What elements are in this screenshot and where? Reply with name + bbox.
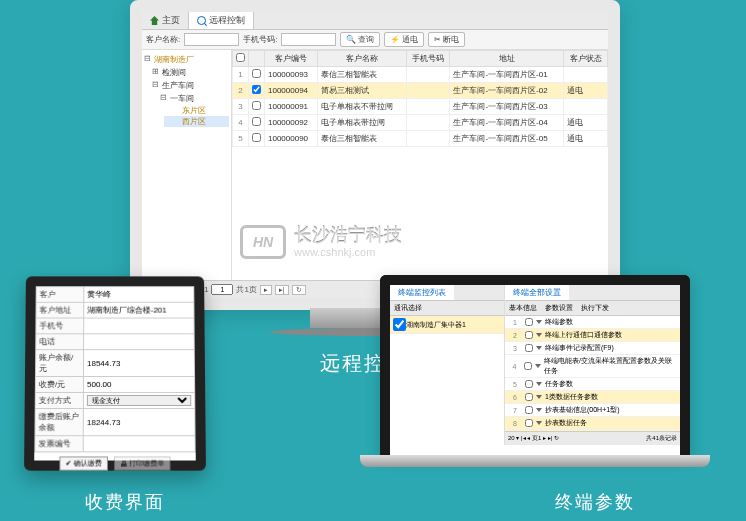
customer-table: 客户编号 客户名称 手机号码 地址 客户状态 1100000093泰信三相智能表… xyxy=(232,50,608,280)
pay-method-select[interactable]: 现金支付 xyxy=(87,395,191,406)
search-icon xyxy=(197,16,206,25)
power-off-button[interactable]: ✂ 断电 xyxy=(428,32,465,47)
page-input[interactable] xyxy=(211,284,233,295)
item-checkbox[interactable] xyxy=(525,406,533,414)
list-header: 通讯选择 xyxy=(390,301,504,316)
item-checkbox[interactable] xyxy=(525,344,533,352)
form-row: 缴费后账户余额 xyxy=(35,409,195,436)
tree-leaf-selected[interactable]: 西片区 xyxy=(164,116,229,127)
param-item[interactable]: 7抄表基础信息(00H+1型) xyxy=(505,404,680,417)
form-row: 账户余额/元 xyxy=(35,350,194,377)
param-item[interactable]: 5任务参数 xyxy=(505,378,680,391)
confirm-payment-button[interactable]: ✔ 确认缴费 xyxy=(59,456,108,470)
item-checkbox[interactable] xyxy=(525,331,533,339)
sub-tab-run[interactable]: 执行下发 xyxy=(581,303,609,313)
refresh-button[interactable]: ↻ xyxy=(292,285,306,295)
row-checkbox[interactable] xyxy=(252,69,261,78)
chevron-down-icon xyxy=(536,421,542,425)
param-item[interactable]: 61类数据任务参数 xyxy=(505,391,680,404)
org-tree[interactable]: 湖南制造厂 检测间 生产车间 一车间 东片区 西片区 xyxy=(142,50,232,280)
form-input[interactable] xyxy=(87,380,191,389)
form-row: 电话 xyxy=(36,334,195,350)
tree-node[interactable]: 生产车间 xyxy=(152,79,229,92)
tree-node[interactable]: 一车间 xyxy=(160,92,229,105)
tablet-label: 收费界面 xyxy=(85,490,165,514)
item-checkbox[interactable] xyxy=(525,419,533,427)
form-row: 发票编号 xyxy=(35,436,195,452)
print-receipt-button[interactable]: 🖶 打印缴费单 xyxy=(114,456,171,470)
select-all-checkbox[interactable] xyxy=(236,53,245,62)
form-row: 支付方式现金支付 xyxy=(35,392,195,408)
chevron-down-icon xyxy=(536,408,542,412)
form-input[interactable] xyxy=(87,321,191,330)
item-checkbox[interactable] xyxy=(525,380,533,388)
param-item[interactable]: 4终端电能表/交流采样装置配置参数及关联任务 xyxy=(505,355,680,378)
phone-input[interactable] xyxy=(281,33,336,46)
power-on-button[interactable]: ⚡ 通电 xyxy=(384,32,424,47)
tab-terminal-list[interactable]: 终端监控列表 xyxy=(390,285,454,300)
terminal-row-selected[interactable]: 湖南制造厂集中器1 xyxy=(390,316,504,334)
form-input[interactable] xyxy=(87,418,192,427)
query-button[interactable]: 🔍 查询 xyxy=(340,32,380,47)
form-row: 手机号 xyxy=(36,318,194,334)
row-checkbox[interactable] xyxy=(252,101,261,110)
terminal-list-panel: 终端监控列表 通讯选择 湖南制造厂集中器1 xyxy=(390,285,505,445)
tab-bar: 主页 远程控制 xyxy=(142,12,608,30)
row-checkbox[interactable] xyxy=(252,85,261,94)
customer-name-input[interactable] xyxy=(184,33,239,46)
sub-tab-info[interactable]: 基本信息 xyxy=(509,303,537,313)
row-checkbox[interactable] xyxy=(393,318,406,331)
table-row[interactable]: 2100000094简易三相测试生产车间-一车间西片区-02通电 xyxy=(233,83,608,99)
table-header-row: 客户编号 客户名称 手机号码 地址 客户状态 xyxy=(233,51,608,67)
form-input[interactable] xyxy=(87,439,192,448)
tab-remote-control[interactable]: 远程控制 xyxy=(189,12,254,29)
next-page-button[interactable]: ▸ xyxy=(260,285,272,295)
item-checkbox[interactable] xyxy=(525,393,533,401)
laptop-screen: 终端监控列表 通讯选择 湖南制造厂集中器1 终端全部设置 基本信息 参数设置 执… xyxy=(380,275,690,455)
tab-home[interactable]: 主页 xyxy=(142,12,189,29)
form-input[interactable] xyxy=(87,290,190,299)
tab-terminal-config[interactable]: 终端全部设置 xyxy=(505,285,569,300)
chevron-down-icon xyxy=(536,395,542,399)
form-input[interactable] xyxy=(87,337,191,346)
sub-tab-bar: 基本信息 参数设置 执行下发 xyxy=(505,301,680,316)
table-row[interactable]: 3100000091电子单相表不带拉闸生产车间-一车间西片区-03 xyxy=(233,99,608,115)
chevron-down-icon xyxy=(536,333,542,337)
table-row[interactable]: 5100000090泰信三相智能表生产车间-一车间西片区-05通电 xyxy=(233,131,608,147)
filter-bar: 客户名称: 手机号码: 🔍 查询 ⚡ 通电 ✂ 断电 xyxy=(142,30,608,50)
home-icon xyxy=(150,16,159,25)
param-item[interactable]: 8抄表数据任务 xyxy=(505,417,680,430)
customer-name-label: 客户名称: xyxy=(146,34,180,45)
table-row[interactable]: 4100000092电子单相表带拉闸生产车间-一车间西片区-04通电 xyxy=(233,115,608,131)
item-checkbox[interactable] xyxy=(525,318,533,326)
chevron-down-icon xyxy=(536,320,542,324)
row-checkbox[interactable] xyxy=(252,133,261,142)
tablet-screen: 客户客户地址手机号电话账户余额/元收费/元支付方式现金支付缴费后账户余额发票编号… xyxy=(24,276,206,470)
chevron-down-icon xyxy=(536,382,542,386)
chevron-down-icon xyxy=(535,364,541,368)
laptop-footer: 20 ▾ |◂ ◂ 页1 ▸ ▸| ↻ 共41条记录 xyxy=(505,431,680,445)
form-row: 客户地址 xyxy=(36,302,194,318)
sub-tab-read[interactable]: 参数设置 xyxy=(545,303,573,313)
laptop-label: 终端参数 xyxy=(555,490,635,514)
payment-form: 客户客户地址手机号电话账户余额/元收费/元支付方式现金支付缴费后账户余额发票编号 xyxy=(34,286,195,452)
phone-label: 手机号码: xyxy=(243,34,277,45)
tree-node[interactable]: 检测间 xyxy=(152,66,229,79)
form-row: 客户 xyxy=(36,287,194,303)
tree-leaf[interactable]: 东片区 xyxy=(164,105,229,116)
param-list: 1终端参数2终端上行通信口通信参数3终端事件记录配置(F9)4终端电能表/交流采… xyxy=(505,316,680,431)
param-item[interactable]: 3终端事件记录配置(F9) xyxy=(505,342,680,355)
param-item[interactable]: 1终端参数 xyxy=(505,316,680,329)
table-row[interactable]: 1100000093泰信三相智能表生产车间-一车间西片区-01 xyxy=(233,67,608,83)
form-row: 收费/元 xyxy=(35,376,194,392)
chevron-down-icon xyxy=(536,346,542,350)
last-page-button[interactable]: ▸| xyxy=(275,285,289,295)
form-input[interactable] xyxy=(87,359,191,368)
tree-root[interactable]: 湖南制造厂 xyxy=(144,53,229,66)
item-checkbox[interactable] xyxy=(524,362,532,370)
param-item[interactable]: 2终端上行通信口通信参数 xyxy=(505,329,680,342)
form-input[interactable] xyxy=(87,306,190,315)
monitor-screen: 主页 远程控制 客户名称: 手机号码: 🔍 查询 ⚡ 通电 ✂ 断电 湖南制造厂… xyxy=(130,0,620,310)
row-checkbox[interactable] xyxy=(252,117,261,126)
